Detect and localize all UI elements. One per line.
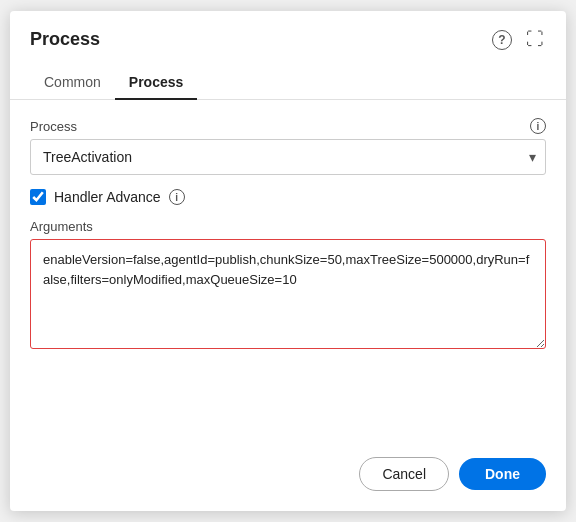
expand-button[interactable]: ⛶: [524, 27, 546, 52]
arguments-label: Arguments: [30, 219, 546, 234]
arguments-field-row: Arguments enableVersion=false,agentId=pu…: [30, 219, 546, 349]
process-field-row: Process i TreeActivation TreeDeactivatio…: [30, 118, 546, 175]
process-label: Process: [30, 119, 77, 134]
handler-advance-row: Handler Advance i: [30, 189, 546, 205]
process-label-row: Process i: [30, 118, 546, 134]
cancel-button[interactable]: Cancel: [359, 457, 449, 491]
tab-common[interactable]: Common: [30, 66, 115, 100]
done-button[interactable]: Done: [459, 458, 546, 490]
process-dialog: Process ? ⛶ Common Process Process i Tre…: [10, 11, 566, 511]
help-button[interactable]: ?: [490, 28, 514, 52]
tabs-bar: Common Process: [10, 66, 566, 100]
process-info-icon: i: [530, 118, 546, 134]
dialog-body: Process i TreeActivation TreeDeactivatio…: [10, 100, 566, 443]
header-icons: ? ⛶: [490, 27, 546, 52]
dialog-header: Process ? ⛶: [10, 11, 566, 52]
dialog-title: Process: [30, 29, 100, 50]
arguments-textarea[interactable]: enableVersion=false,agentId=publish,chun…: [30, 239, 546, 349]
process-select-wrapper: TreeActivation TreeDeactivation PageModi…: [30, 139, 546, 175]
handler-advance-checkbox[interactable]: [30, 189, 46, 205]
help-icon: ?: [492, 30, 512, 50]
process-select[interactable]: TreeActivation TreeDeactivation PageModi…: [30, 139, 546, 175]
handler-advance-info-icon: i: [169, 189, 185, 205]
dialog-footer: Cancel Done: [10, 443, 566, 511]
tab-process[interactable]: Process: [115, 66, 197, 100]
expand-icon: ⛶: [526, 29, 544, 50]
handler-advance-label: Handler Advance: [54, 189, 161, 205]
